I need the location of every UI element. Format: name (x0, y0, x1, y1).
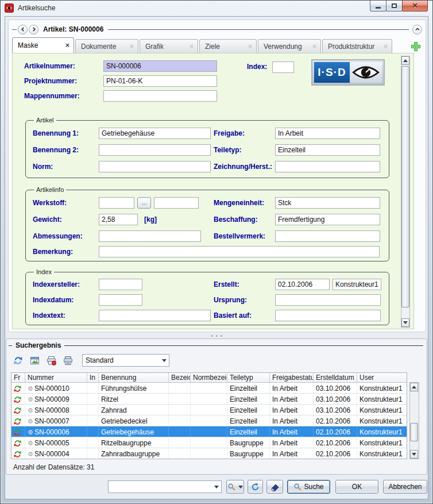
prev-article-button[interactable] (18, 25, 28, 34)
abbrechen-button[interactable]: Abbrechen (383, 480, 427, 494)
add-tab-icon (411, 41, 421, 52)
table-row[interactable]: ⚙SN-000010 Führungshülse Einzelteil In A… (11, 383, 407, 394)
tab-close-icon[interactable]: × (248, 43, 252, 50)
werkstoff-browse-button[interactable]: ... (137, 197, 151, 209)
index-field[interactable] (272, 61, 294, 73)
col-normbezeichnung[interactable]: Normbezeichnung (191, 373, 227, 382)
part-gear-icon: ⚙ (28, 429, 33, 436)
table-row[interactable]: ⚙SN-000007 Getriebedeckel Einzelteil In … (11, 415, 407, 426)
benennung1-field[interactable]: Getriebegehäuse (99, 128, 211, 139)
mengeneinheit-label: Mengeneinheit: (214, 199, 275, 207)
panel-splitter[interactable] (5, 333, 428, 338)
release-status-icon (14, 451, 21, 458)
col-teiletyp[interactable]: Teiletyp (227, 373, 270, 382)
basiert-auf-field[interactable] (275, 310, 381, 321)
tab-close-icon[interactable]: × (312, 43, 316, 50)
export-image-button[interactable] (29, 355, 40, 366)
artikelnummer-field[interactable]: SN-000006 (103, 60, 217, 72)
isd-logo-text: I·S·D (314, 62, 350, 83)
scroll-down-button[interactable] (401, 318, 409, 327)
bemerkung-field[interactable] (99, 246, 380, 257)
werkstoff-label: Werkstoff: (33, 199, 99, 207)
col-in[interactable]: In (87, 373, 99, 382)
ok-button[interactable]: OK (335, 480, 378, 494)
print-button[interactable] (62, 355, 74, 366)
tab-produktstruktur[interactable]: Produktstruktur× (322, 39, 392, 53)
tab-ziele[interactable]: Ziele× (199, 39, 257, 53)
scroll-down-button[interactable] (410, 450, 418, 459)
tab-close-icon[interactable]: × (190, 43, 194, 50)
form-scrollbar[interactable] (401, 56, 410, 328)
teiletyp-field[interactable]: Einzelteil (275, 144, 380, 156)
suche-button[interactable]: Suche (287, 480, 330, 494)
search-options-button[interactable] (226, 480, 244, 494)
maximize-button[interactable] (386, 1, 403, 11)
minimize-button[interactable] (370, 1, 386, 11)
table-row[interactable]: ⚙SN-000008 Zahnrad Einzelteil In Arbeit … (11, 405, 407, 415)
indexersteller-field[interactable] (99, 279, 142, 290)
table-header-row[interactable]: Fr Nummer In Benennung Bezeichnung Normb… (11, 373, 407, 383)
chevron-down-icon (238, 486, 243, 488)
gewicht-field[interactable]: 2,58 (99, 214, 138, 225)
close-button[interactable]: ✕ (402, 1, 428, 11)
result-view-dropdown[interactable]: Standard (82, 354, 169, 367)
ursprung-field[interactable] (275, 294, 381, 306)
table-row[interactable]: ⚙SN-000005 Ritzelbaugruppe Baugruppe In … (11, 437, 407, 448)
results-scrollbar[interactable] (409, 382, 419, 459)
basiert-auf-label: Basiert auf: (214, 311, 275, 320)
tab-verwendung[interactable]: Verwendung× (258, 39, 321, 53)
add-tab-button[interactable] (409, 40, 422, 53)
benennung2-field[interactable] (99, 144, 211, 156)
scroll-up-button[interactable] (401, 56, 409, 65)
tab-grafik[interactable]: Grafik× (140, 39, 198, 53)
tab-dokumente[interactable]: Dokumente× (75, 39, 138, 53)
eraser-icon (270, 482, 280, 491)
search-query-dropdown[interactable] (108, 480, 222, 493)
projektnummer-field[interactable]: PN-01-06-K (103, 75, 217, 87)
col-nummer[interactable]: Nummer (25, 373, 87, 382)
scroll-thumb[interactable] (401, 66, 409, 307)
print-delete-button[interactable] (45, 355, 57, 366)
mappennummer-field[interactable] (103, 90, 217, 102)
col-fr[interactable]: Fr (11, 373, 25, 382)
collapse-panel-button[interactable] (412, 25, 422, 34)
bestellvermerk-label: Bestellvermerk: (214, 232, 275, 240)
index-group: Index Indexersteller: Erstellt: 02.10.20… (25, 268, 389, 325)
next-article-button[interactable] (29, 25, 38, 34)
col-erstelldatum[interactable]: Erstelldatum (314, 373, 357, 382)
mengeneinheit-field[interactable]: Stck (275, 197, 380, 209)
freigabe-field[interactable]: In Arbeit (275, 128, 380, 139)
col-user[interactable]: User (357, 373, 405, 382)
tab-maske[interactable]: Maske× (12, 37, 74, 53)
zeichnung-label: Zeichnung/Herst.: (214, 163, 275, 171)
clear-button[interactable] (266, 480, 283, 494)
release-status-icon (14, 385, 21, 393)
tab-close-icon[interactable]: × (65, 42, 69, 49)
zeichnung-field[interactable] (275, 161, 380, 172)
title-bar[interactable]: Artikelsuche ✕ (1, 1, 432, 16)
scroll-thumb[interactable] (410, 423, 418, 441)
refresh-button[interactable] (248, 480, 263, 494)
werkstoff-field[interactable] (99, 197, 134, 209)
tab-close-icon[interactable]: × (130, 43, 134, 50)
werkstoff-field2[interactable] (154, 197, 199, 209)
table-row[interactable]: ⚙SN-000009 Ritzel Einzelteil In Arbeit 0… (11, 394, 407, 405)
col-benennung[interactable]: Benennung (99, 373, 169, 382)
table-row[interactable]: ⚙SN-000004 Zahnradbaugruppe Baugruppe In… (11, 448, 407, 459)
index-label: Index: (247, 63, 267, 71)
bestellvermerk-field[interactable] (275, 230, 380, 242)
indexdatum-field[interactable] (99, 294, 142, 306)
abmessungen-field[interactable] (99, 230, 201, 242)
beschaffung-field[interactable]: Fremdfertigung (275, 214, 380, 225)
indextext-field[interactable] (99, 310, 211, 321)
chevron-down-icon (214, 486, 219, 488)
erstellt-field[interactable]: 02.10.2006 (275, 279, 330, 290)
tab-close-icon[interactable]: × (384, 43, 388, 50)
col-freigabestatus[interactable]: Freigabestatus (270, 373, 314, 382)
refresh-results-button[interactable] (12, 355, 24, 366)
col-bezeichnung[interactable]: Bezeichnung (169, 373, 191, 382)
norm-field[interactable] (99, 161, 211, 172)
scroll-up-button[interactable] (410, 383, 418, 391)
table-row-selected[interactable]: ⚙SN-000006 Getriebegehäuse Einzelteil In… (11, 426, 407, 437)
collapse-icon (415, 26, 420, 32)
